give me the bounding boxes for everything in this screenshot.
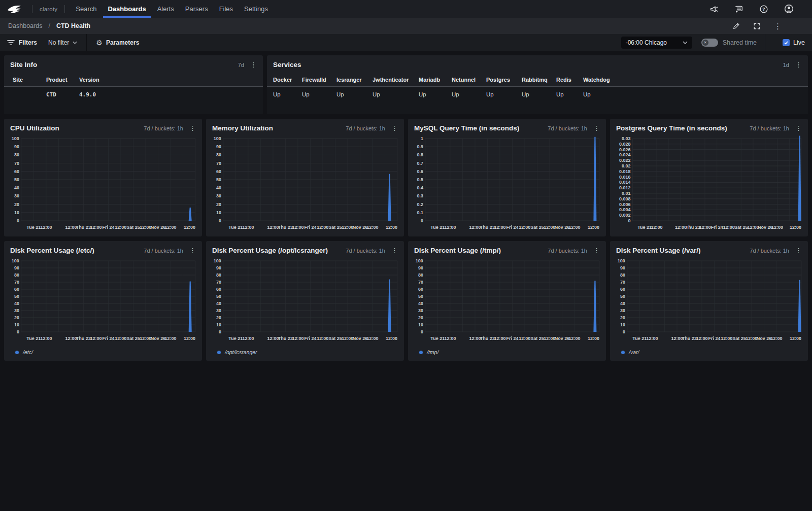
panel-disk-percent-usage-var: Disk Percent Usage (/var/) 7d / buckets:… bbox=[610, 241, 808, 361]
nav-item-parsers[interactable]: Parsers bbox=[180, 0, 214, 18]
filter-funnel-icon bbox=[7, 40, 15, 46]
divider bbox=[765, 34, 765, 51]
svg-text:0.014: 0.014 bbox=[619, 180, 631, 185]
svg-text:Sat 25: Sat 25 bbox=[126, 336, 140, 341]
svg-text:30: 30 bbox=[14, 193, 19, 198]
svg-text:12:00: 12:00 bbox=[568, 336, 580, 341]
nav-item-search[interactable]: Search bbox=[70, 0, 102, 18]
chart-body: 0102030405060708090100Tue 2112:0012:00Th… bbox=[206, 257, 404, 345]
panel-kebab-menu-icon[interactable]: ⋮ bbox=[250, 61, 257, 68]
svg-text:12:00: 12:00 bbox=[469, 225, 481, 230]
svg-text:12:00: 12:00 bbox=[544, 336, 555, 341]
svg-text:Tue 21: Tue 21 bbox=[228, 336, 243, 341]
panel-kebab-menu-icon[interactable]: ⋮ bbox=[795, 247, 802, 254]
time-series-chart: 0102030405060708090100Tue 2112:0012:00Th… bbox=[614, 257, 804, 343]
svg-text:12:00: 12:00 bbox=[696, 336, 708, 341]
toggle-knob: ✕ bbox=[702, 40, 708, 46]
svg-text:0.026: 0.026 bbox=[619, 147, 631, 152]
panel-header: MySQL Query Time (in seconds) 7d / bucke… bbox=[408, 119, 606, 134]
breadcrumb-bar: Dashboards / CTD Health ⋮ bbox=[0, 18, 812, 34]
svg-text:0.028: 0.028 bbox=[619, 142, 631, 147]
feedback-comment-icon[interactable] bbox=[734, 5, 743, 14]
svg-text:10: 10 bbox=[620, 322, 625, 327]
nav-item-dashboards[interactable]: Dashboards bbox=[102, 0, 151, 18]
svg-text:12:00: 12:00 bbox=[588, 336, 599, 341]
svg-text:12:00: 12:00 bbox=[494, 336, 506, 341]
service-status-value: Up bbox=[522, 91, 556, 97]
svg-text:30: 30 bbox=[14, 308, 19, 313]
legend-series-dot bbox=[217, 351, 221, 354]
filters-label: Filters bbox=[19, 39, 37, 46]
svg-text:0.4: 0.4 bbox=[417, 185, 423, 190]
svg-text:0.012: 0.012 bbox=[619, 185, 631, 190]
svg-text:20: 20 bbox=[418, 315, 423, 320]
fullscreen-icon[interactable] bbox=[753, 22, 761, 30]
panel-kebab-menu-icon[interactable]: ⋮ bbox=[189, 125, 196, 131]
edit-pencil-icon[interactable] bbox=[732, 22, 740, 30]
svg-text:12:00: 12:00 bbox=[292, 336, 304, 341]
column-header: Icsranger bbox=[336, 77, 373, 83]
dashboard-main: Site Info 7d ⋮ Site Product Version CTD … bbox=[0, 51, 812, 365]
shared-time-toggle[interactable]: ✕ bbox=[701, 39, 718, 47]
svg-text:20: 20 bbox=[14, 315, 19, 320]
svg-text:Thu 23: Thu 23 bbox=[686, 225, 700, 230]
timezone-select[interactable]: -06:00 Chicago bbox=[621, 37, 692, 49]
top-nav: claroty SearchDashboardsAlertsParsersFil… bbox=[0, 0, 812, 18]
svg-text:Tue 21: Tue 21 bbox=[637, 225, 652, 230]
svg-text:30: 30 bbox=[216, 193, 221, 198]
svg-text:12:00: 12:00 bbox=[723, 225, 735, 230]
filters-button[interactable]: Filters bbox=[7, 39, 37, 46]
svg-text:Fri 24: Fri 24 bbox=[102, 336, 114, 341]
user-avatar-icon[interactable] bbox=[784, 4, 794, 14]
nav-item-settings[interactable]: Settings bbox=[239, 0, 274, 18]
panel-kebab-menu-icon[interactable]: ⋮ bbox=[391, 125, 398, 131]
time-series-chart: 00.0020.0040.0060.0080.010.0120.0140.016… bbox=[614, 134, 804, 232]
column-header: Firewalld bbox=[302, 77, 336, 83]
announcements-megaphone-icon[interactable] bbox=[709, 5, 719, 14]
parameters-button[interactable]: ⚙ Parameters bbox=[96, 39, 139, 47]
svg-text:12:00: 12:00 bbox=[242, 225, 254, 230]
help-icon[interactable]: ? bbox=[759, 5, 768, 14]
svg-text:80: 80 bbox=[14, 272, 19, 278]
svg-text:12:00: 12:00 bbox=[115, 225, 126, 230]
svg-text:12:00: 12:00 bbox=[519, 336, 530, 341]
svg-text:80: 80 bbox=[14, 152, 19, 157]
panel-kebab-menu-icon[interactable]: ⋮ bbox=[391, 247, 398, 254]
svg-text:50: 50 bbox=[418, 294, 423, 299]
panel-kebab-menu-icon[interactable]: ⋮ bbox=[795, 61, 802, 68]
svg-text:12:00: 12:00 bbox=[790, 225, 801, 230]
column-header: Product bbox=[46, 77, 79, 83]
svg-text:Fri 24: Fri 24 bbox=[304, 336, 316, 341]
nav-item-alerts[interactable]: Alerts bbox=[152, 0, 180, 18]
breadcrumb-dashboards-link[interactable]: Dashboards bbox=[8, 22, 42, 29]
panel-title: MySQL Query Time (in seconds) bbox=[414, 124, 519, 132]
panel-kebab-menu-icon[interactable]: ⋮ bbox=[795, 125, 802, 131]
svg-text:Tue 21: Tue 21 bbox=[430, 336, 445, 341]
shared-time-label: Shared time bbox=[723, 39, 757, 46]
chart-legend: /var/ bbox=[610, 345, 808, 357]
svg-text:0.9: 0.9 bbox=[417, 144, 423, 149]
svg-text:12:00: 12:00 bbox=[90, 225, 102, 230]
crowdstrike-falcon-logo-icon[interactable] bbox=[7, 4, 25, 15]
svg-text:12:00: 12:00 bbox=[292, 225, 304, 230]
svg-text:20: 20 bbox=[216, 315, 221, 320]
panel-range-label: 7d / buckets: 1h bbox=[346, 125, 385, 131]
column-header: Netunnel bbox=[452, 77, 486, 83]
svg-text:Tue 21: Tue 21 bbox=[228, 225, 243, 230]
column-header: Mariadb bbox=[419, 77, 452, 83]
svg-text:12:00: 12:00 bbox=[65, 225, 77, 230]
panel-range-label: 7d / buckets: 1h bbox=[346, 248, 385, 254]
panel-disk-percent-usage-etc: Disk Percent Usage (/etc/) 7d / buckets:… bbox=[4, 241, 202, 361]
live-checkbox[interactable] bbox=[783, 39, 790, 46]
panel-kebab-menu-icon[interactable]: ⋮ bbox=[593, 125, 600, 131]
filter-select[interactable]: No filter bbox=[48, 39, 77, 46]
panel-kebab-menu-icon[interactable]: ⋮ bbox=[593, 247, 600, 254]
svg-text:80: 80 bbox=[418, 272, 423, 278]
panel-kebab-menu-icon[interactable]: ⋮ bbox=[189, 247, 196, 254]
svg-text:Thu 23: Thu 23 bbox=[682, 336, 697, 341]
svg-text:70: 70 bbox=[216, 280, 221, 285]
svg-text:12:00: 12:00 bbox=[317, 225, 328, 230]
nav-item-files[interactable]: Files bbox=[214, 0, 239, 18]
dashboard-kebab-menu-icon[interactable]: ⋮ bbox=[774, 22, 782, 30]
svg-text:0.8: 0.8 bbox=[417, 152, 423, 157]
